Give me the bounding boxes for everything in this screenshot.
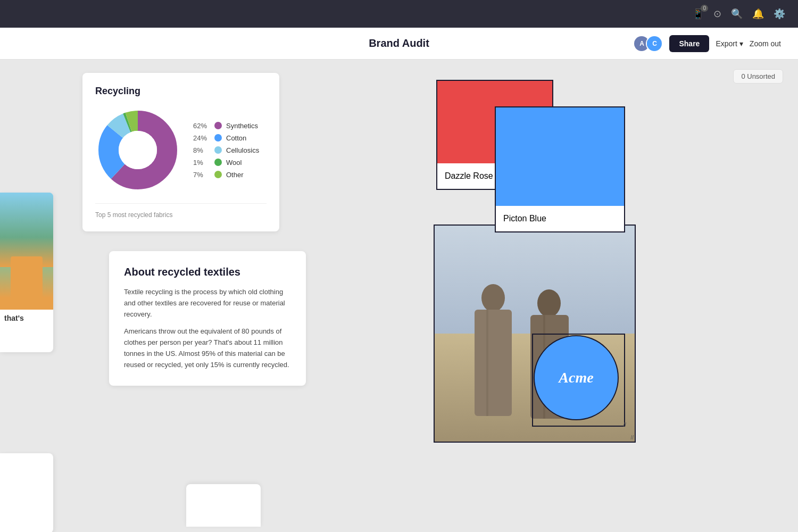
picton-blue-label: Picton Blue (503, 214, 546, 223)
topbar: 📱0 ⊙ 🔍 🔔 ⚙️ (0, 0, 798, 28)
collaborator-avatars: A C (633, 35, 663, 52)
picton-blue-swatch[interactable]: Picton Blue (495, 106, 625, 232)
resize-handle[interactable]: // (623, 422, 626, 428)
photo-card: Acme // // (434, 225, 636, 443)
legend-item-wool: 1% Wool (193, 159, 259, 167)
textiles-para-1: Textile recycling is the process by whic… (124, 287, 291, 320)
header: Brand Audit A C Share Export ▾ Zoom out (0, 28, 798, 60)
left-bottom-partial (0, 453, 53, 532)
recycling-title: Recycling (95, 86, 267, 97)
textiles-title: About recycled textiles (124, 266, 291, 278)
textiles-para-2: Americans throw out the equivalent of 80… (124, 326, 291, 370)
search-icon[interactable]: 🔍 (731, 8, 743, 20)
donut-chart (95, 107, 180, 193)
svg-point-6 (481, 284, 505, 312)
textiles-body: Textile recycling is the process by whic… (124, 287, 291, 371)
left-partial-text: that's (4, 314, 24, 322)
legend-item-other: 7% Other (193, 171, 259, 179)
textiles-card: About recycled textiles Textile recyclin… (109, 251, 306, 386)
svg-rect-8 (486, 310, 488, 416)
card-resize-handle[interactable]: // (630, 435, 634, 440)
color-swatches-area: Dazzle Rose Picton Blue (436, 80, 638, 234)
zoom-out-button[interactable]: Zoom out (750, 39, 781, 48)
donut-svg (95, 107, 180, 193)
header-actions: A C Share Export ▾ Zoom out (633, 35, 781, 52)
picton-blue-color (496, 107, 624, 206)
left-partial-card: that's (0, 193, 53, 352)
phone-icon[interactable]: 📱0 (692, 8, 704, 20)
bottom-partial-card (186, 484, 261, 527)
chart-legend: 62% Synthetics 24% Cotton 8% Cellulosics… (193, 122, 259, 179)
selection-rect (532, 334, 625, 427)
canvas: 0 Unsorted that's Recycling (0, 60, 798, 532)
bell-icon[interactable]: 🔔 (752, 8, 764, 20)
export-button[interactable]: Export ▾ (716, 39, 743, 48)
recycling-footnote: Top 5 most recycled fabrics (95, 203, 267, 219)
svg-point-5 (119, 131, 157, 169)
help-icon[interactable]: ⊙ (713, 8, 721, 20)
svg-rect-7 (475, 310, 512, 416)
left-image (0, 193, 53, 310)
person-left-silhouette (464, 277, 528, 442)
avatar-2: C (646, 35, 663, 52)
chart-area: 62% Synthetics 24% Cotton 8% Cellulosics… (95, 107, 267, 193)
phone-badge: 0 (701, 5, 708, 12)
page-title: Brand Audit (369, 37, 429, 49)
dazzle-rose-label: Dazzle Rose (445, 171, 493, 181)
svg-point-9 (537, 289, 561, 317)
settings-icon[interactable]: ⚙️ (774, 8, 785, 20)
legend-item-synthetics: 62% Synthetics (193, 122, 259, 130)
legend-item-cellulosics: 8% Cellulosics (193, 146, 259, 154)
photo-background: Acme // (435, 226, 635, 442)
legend-item-cotton: 24% Cotton (193, 134, 259, 142)
share-button[interactable]: Share (669, 35, 709, 52)
unsorted-badge[interactable]: 0 Unsorted (733, 69, 783, 84)
recycling-card: Recycling (82, 73, 279, 231)
